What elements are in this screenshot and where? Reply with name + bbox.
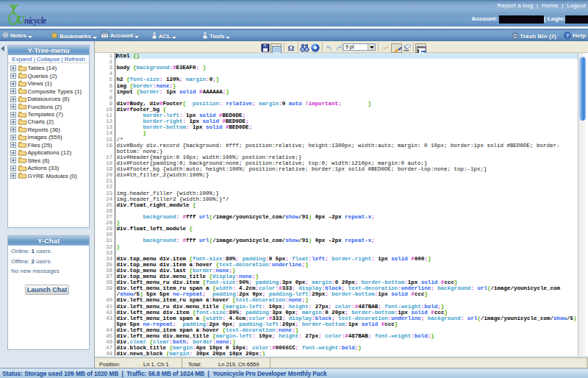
svg-text:?: ? <box>566 32 570 39</box>
